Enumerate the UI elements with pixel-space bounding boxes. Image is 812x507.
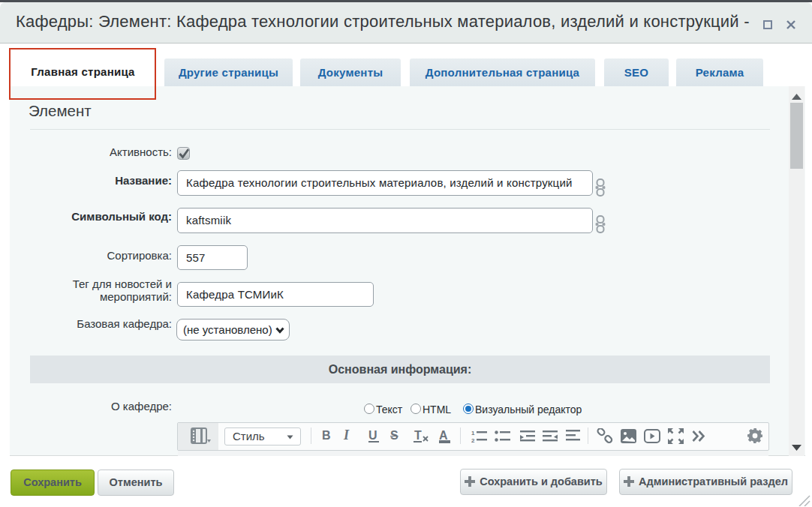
svg-text:1: 1 [471, 430, 475, 436]
svg-text:2: 2 [471, 437, 475, 444]
